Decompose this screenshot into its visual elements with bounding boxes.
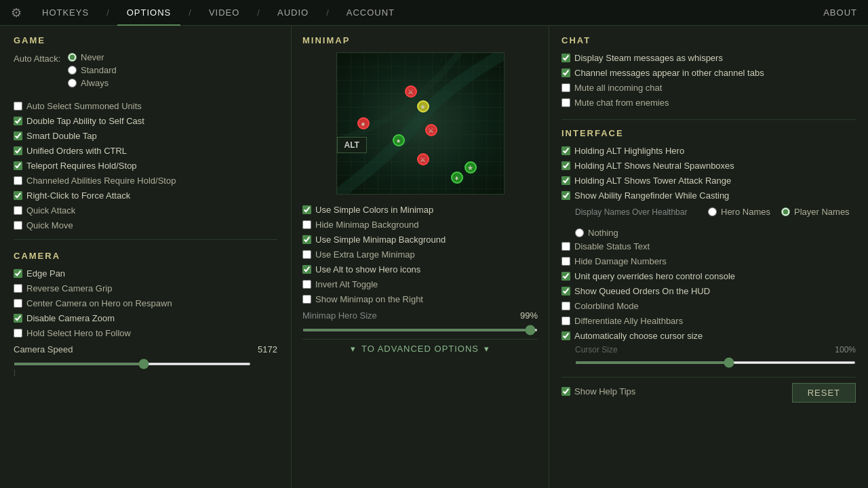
auto-attack-standard[interactable]: Standard xyxy=(68,65,117,75)
checkbox-differentiate-ally-healthbars[interactable]: Differentiate Ally Healthbars xyxy=(561,315,856,327)
show-help-label: Show Help Tips xyxy=(574,386,635,396)
checkbox-holding-alt-highlights-hero[interactable]: Holding ALT Highlights Hero xyxy=(561,145,856,157)
nav-audio[interactable]: AUDIO xyxy=(268,0,318,26)
display-nothing[interactable]: Nothing xyxy=(575,228,618,238)
cursor-size-slider[interactable] xyxy=(575,361,856,364)
nav-hotkeys[interactable]: HOTKEYS xyxy=(33,0,98,26)
hero-dot-8: ♦ xyxy=(451,171,463,184)
checkbox-show-minimap-on-the-right[interactable]: Show Minimap on the Right xyxy=(302,293,538,305)
hero-size-container: Minimap Hero Size 99% xyxy=(302,310,538,333)
interface-section: INTERFACE Holding ALT Highlights HeroHol… xyxy=(561,128,856,366)
camera-checkboxes: Edge PanReverse Camera GripCenter Camera… xyxy=(14,268,277,339)
display-names-container: Display Names Over Healthbar Hero Names … xyxy=(575,207,856,238)
hero-dot-3: ♠ xyxy=(357,117,370,129)
hero-dot-1: ⚔ xyxy=(405,85,417,98)
checkbox-hold-select-hero-to-follow[interactable]: Hold Select Hero to Follow xyxy=(14,327,277,339)
checkbox-quick-move[interactable]: Quick Move xyxy=(14,220,277,231)
nav-options[interactable]: OPTIONS xyxy=(117,0,181,26)
checkbox-auto-select-summoned-units[interactable]: Auto Select Summoned Units xyxy=(14,100,277,112)
checkbox-display-steam-messages-as-whispers[interactable]: Display Steam messages as whispers xyxy=(561,52,856,64)
camera-speed-label: Camera Speed xyxy=(14,344,73,354)
right-column: CHAT Display Steam messages as whispersC… xyxy=(549,26,868,488)
auto-attack-always[interactable]: Always xyxy=(68,78,117,88)
interface-checkboxes2: Disable Status TextHide Damage NumbersUn… xyxy=(561,241,856,342)
chat-section: CHAT Display Steam messages as whispersC… xyxy=(561,35,856,108)
checkbox-hide-minimap-background[interactable]: Hide Minimap Background xyxy=(302,219,538,230)
interface-section-header: INTERFACE xyxy=(561,128,856,138)
hero-size-label: Minimap Hero Size xyxy=(302,310,377,321)
camera-speed-container: Camera Speed 5172 | xyxy=(14,344,277,376)
left-column: GAME Auto Attack: Never Standard Always … xyxy=(0,26,292,488)
checkbox-center-camera-on-hero-on-respawn[interactable]: Center Camera on Hero on Respawn xyxy=(14,298,277,309)
auto-attack-never[interactable]: Never xyxy=(68,52,117,62)
checkbox-unit-query-overrides-hero-control-console[interactable]: Unit query overrides hero control consol… xyxy=(561,270,856,282)
interface-checkboxes: Holding ALT Highlights HeroHolding ALT S… xyxy=(561,145,856,201)
checkbox-invert-alt-toggle[interactable]: Invert Alt Toggle xyxy=(302,279,538,290)
hero-size-slider[interactable] xyxy=(302,329,538,331)
checkbox-mute-chat-from-enemies[interactable]: Mute chat from enemies xyxy=(561,97,856,108)
nav-video[interactable]: VIDEO xyxy=(199,0,249,26)
auto-attack-label: Auto Attack: xyxy=(14,52,68,64)
chat-section-header: CHAT xyxy=(561,35,856,45)
nav-sep3: / xyxy=(254,7,262,18)
checkbox-smart-double-tap[interactable]: Smart Double Tap xyxy=(14,130,277,142)
main-content: GAME Auto Attack: Never Standard Always … xyxy=(0,26,868,488)
checkbox-channeled-abilities-require-hold/stop[interactable]: Channeled Abilities Require Hold/Stop xyxy=(14,175,277,186)
checkbox-double-tap-ability-to-self-cast[interactable]: Double Tap Ability to Self Cast xyxy=(14,115,277,127)
checkbox-disable-camera-zoom[interactable]: Disable Camera Zoom xyxy=(14,312,277,324)
checkbox-mute-all-incoming-chat[interactable]: Mute all incoming chat xyxy=(561,82,856,94)
hero-dot-6: ⚔ xyxy=(417,153,429,165)
auto-attack-row: Auto Attack: Never Standard Always xyxy=(14,52,277,95)
show-help-tips[interactable]: Show Help Tips xyxy=(561,386,635,397)
camera-section: CAMERA Edge PanReverse Camera GripCenter… xyxy=(14,251,277,376)
advanced-options-button[interactable]: ▾ TO ADVANCED OPTIONS ▾ xyxy=(302,339,538,358)
checkbox-automatically-choose-cursor-size[interactable]: Automatically choose cursor size xyxy=(561,330,856,342)
checkbox-colorblind-mode[interactable]: Colorblind Mode xyxy=(561,300,856,312)
advanced-label: TO ADVANCED OPTIONS xyxy=(361,344,479,354)
checkbox-show-ability-rangefinder-while-casting[interactable]: Show Ability Rangefinder While Casting xyxy=(561,190,856,201)
nav-sep2: / xyxy=(186,7,194,18)
checkbox-use-simple-minimap-background[interactable]: Use Simple Minimap Background xyxy=(302,234,538,245)
cursor-size-container: Cursor Size 100% xyxy=(575,345,856,366)
gear-icon: ⚙ xyxy=(11,5,22,20)
checkbox-unified-orders-with-ctrl[interactable]: Unified Orders with CTRL xyxy=(14,145,277,157)
checkbox-quick-attack[interactable]: Quick Attack xyxy=(14,205,277,216)
camera-section-header: CAMERA xyxy=(14,251,277,261)
cursor-size-label: Cursor Size xyxy=(575,345,618,354)
game-checkboxes: Auto Select Summoned UnitsDouble Tap Abi… xyxy=(14,100,277,231)
top-nav: ⚙ HOTKEYS / OPTIONS / VIDEO / AUDIO / AC… xyxy=(0,0,868,26)
checkbox-channel-messages-appear-in-other-channel-tabs[interactable]: Channel messages appear in other channel… xyxy=(561,67,856,79)
nav-account[interactable]: ACCOUNT xyxy=(337,0,404,26)
checkbox-use-simple-colors-in-minimap[interactable]: Use Simple Colors in Minimap xyxy=(302,204,538,216)
nav-sep4: / xyxy=(323,7,332,18)
nav-sep1: / xyxy=(104,7,112,18)
slider-min: | xyxy=(14,369,16,376)
chat-checkboxes: Display Steam messages as whispersChanne… xyxy=(561,52,856,108)
checkbox-teleport-requires-hold/stop[interactable]: Teleport Requires Hold/Stop xyxy=(14,160,277,171)
auto-attack-options: Never Standard Always xyxy=(68,52,117,88)
checkbox-edge-pan[interactable]: Edge Pan xyxy=(14,268,277,279)
display-hero-names[interactable]: Hero Names xyxy=(708,207,770,217)
camera-speed-slider[interactable] xyxy=(14,363,251,365)
camera-speed-value: 5172 xyxy=(258,344,277,354)
checkbox-right-click-to-force-attack[interactable]: Right-Click to Force Attack xyxy=(14,190,277,201)
alt-tooltip: ALT xyxy=(337,137,367,153)
minimap-section-header: MINIMAP xyxy=(302,35,538,45)
checkbox-reverse-camera-grip[interactable]: Reverse Camera Grip xyxy=(14,283,277,294)
display-player-names[interactable]: Player Names xyxy=(781,207,850,217)
display-names-label: Display Names Over Healthbar xyxy=(575,207,697,217)
reset-button[interactable]: RESET xyxy=(792,383,856,403)
checkbox-holding-alt-shows-tower-attack-range[interactable]: Holding ALT Shows Tower Attack Range xyxy=(561,175,856,186)
checkbox-use-extra-large-minimap[interactable]: Use Extra Large Minimap xyxy=(302,249,538,260)
checkbox-show-queued-orders-on-the-hud[interactable]: Show Queued Orders On the HUD xyxy=(561,285,856,297)
minimap-bg: ⚔ ★ ♠ ⚔ ● ⚔ ★ ♦ ALT xyxy=(337,53,504,194)
checkbox-use-alt-to-show-hero-icons[interactable]: Use Alt to show Hero icons xyxy=(302,264,538,275)
checkbox-hide-damage-numbers[interactable]: Hide Damage Numbers xyxy=(561,256,856,267)
hero-size-value: 99% xyxy=(520,310,538,321)
hero-dot-7: ★ xyxy=(465,161,477,174)
mid-column: MINIMAP ⚔ ★ ♠ ⚔ ● ⚔ ★ ♦ ALT xyxy=(292,26,549,488)
game-section-header: GAME xyxy=(14,35,277,45)
checkbox-holding-alt-shows-neutral-spawnboxes[interactable]: Holding ALT Shows Neutral Spawnboxes xyxy=(561,160,856,171)
nav-about[interactable]: ABOUT xyxy=(823,7,857,18)
checkbox-disable-status-text[interactable]: Disable Status Text xyxy=(561,241,856,252)
